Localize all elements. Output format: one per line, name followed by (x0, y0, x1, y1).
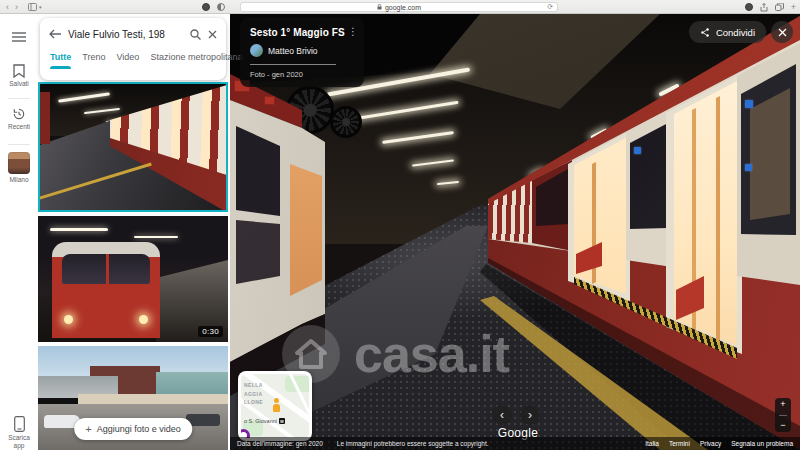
close-button[interactable] (771, 21, 793, 43)
mini-map: NELLA AGGIA LLONE o S. Giovanni M (241, 374, 309, 438)
previous-photo-button[interactable]: ‹ (492, 405, 512, 425)
photo-filter-tabs: Tutte Treno Video Stazione metropolitana (40, 50, 226, 76)
sidebar-item-label: Scarica app (3, 434, 35, 450)
divider (779, 415, 787, 416)
sidebar-item-milano[interactable]: Milano (0, 152, 38, 184)
photo-thumbnail-selected[interactable] (38, 82, 228, 212)
search-card: Viale Fulvio Testi, 198 Tutte Treno Vide… (40, 18, 226, 80)
bookmark-icon (13, 64, 25, 78)
tab-treno[interactable]: Treno (82, 52, 105, 69)
accessibility-sign (745, 100, 753, 108)
photo-shape (139, 315, 148, 324)
photo-shape (134, 236, 178, 238)
phone-icon (14, 416, 25, 432)
history-icon (12, 107, 26, 121)
footer-link-privacy[interactable]: Privacy (700, 440, 721, 447)
ceiling-fan (330, 106, 362, 138)
station-sign (264, 96, 275, 105)
photo-shape (62, 254, 150, 284)
share-icon (700, 27, 710, 38)
share-page-icon[interactable] (760, 3, 768, 12)
add-photos-label: Aggiungi foto e video (97, 424, 181, 434)
tab-stazione-metropolitana[interactable]: Stazione metropolitana (150, 52, 242, 69)
sidebar-item-scarica-app[interactable]: Scarica app (0, 416, 38, 450)
close-icon (778, 28, 787, 37)
photo-author[interactable]: Matteo Brivio (250, 44, 354, 57)
share-button[interactable]: Condividi (689, 21, 766, 43)
sidebar-item-label: Recenti (8, 123, 30, 131)
add-photos-button[interactable]: + Aggiungi foto e video (74, 418, 192, 440)
google-photos-lightbox: Salvati Recenti Milano Scarica app Viale… (0, 14, 800, 450)
plus-icon: + (85, 423, 91, 435)
zoom-out-button[interactable]: − (780, 421, 785, 430)
maps-sidebar: Salvati Recenti Milano Scarica app (0, 14, 38, 450)
photo-shape (64, 315, 73, 324)
reload-icon[interactable]: ⟳ (547, 3, 553, 11)
photo-shape (40, 92, 50, 144)
menu-button[interactable] (0, 32, 38, 42)
share-label: Condividi (716, 27, 755, 38)
new-tab-icon[interactable]: + (791, 2, 796, 12)
reader-icon[interactable] (217, 3, 225, 11)
avatar (250, 44, 263, 57)
footer-link-termini[interactable]: Termini (669, 440, 690, 447)
zoom-in-button[interactable]: + (780, 400, 785, 409)
photo-caption-card: Sesto 1° Maggio FS ⋮ Matteo Brivio Foto … (240, 18, 364, 87)
sidebar-item-recenti[interactable]: Recenti (0, 107, 38, 131)
browser-forward-icon[interactable]: › (15, 2, 18, 12)
copyright-notice: Le immagini potrebbero essere soggette a… (337, 440, 489, 447)
photos-panel: Viale Fulvio Testi, 198 Tutte Treno Vide… (38, 14, 230, 450)
footer-link-italia[interactable]: Italia (645, 440, 659, 447)
photo-shape (50, 228, 108, 231)
author-name: Matteo Brivio (268, 46, 318, 56)
accessibility-sign (745, 164, 752, 171)
video-thumbnail[interactable]: 0:30 (38, 216, 228, 342)
photo-viewer: casa.it Sesto 1° Maggio FS ⋮ Matteo Briv… (230, 14, 800, 450)
clear-search-icon[interactable] (208, 30, 217, 39)
sidebar-divider (8, 144, 30, 145)
tab-video[interactable]: Video (117, 52, 140, 69)
pegman-icon (273, 398, 280, 412)
accessibility-sign (634, 147, 641, 154)
back-arrow-icon[interactable] (49, 29, 61, 39)
extension-icon[interactable] (745, 3, 753, 11)
sidebar-divider (8, 98, 30, 99)
map-inset[interactable]: NELLA AGGIA LLONE o S. Giovanni M (238, 371, 312, 441)
zoom-control: + − (775, 398, 791, 432)
search-input[interactable]: Viale Fulvio Testi, 198 (68, 29, 183, 40)
map-area-labels: NELLA AGGIA LLONE (244, 381, 263, 407)
chevron-down-icon: ▾ (39, 4, 42, 10)
photo-date: Foto - gen 2020 (250, 70, 354, 79)
attribution-bar: Data dell'immagine: gen 2020 Le immagini… (230, 437, 800, 450)
image-date: Data dell'immagine: gen 2020 (237, 440, 323, 447)
tabs-overview-icon[interactable] (775, 3, 784, 11)
photo-title: Sesto 1° Maggio FS (250, 27, 354, 38)
lock-icon (377, 4, 382, 10)
sidebar-item-label: Salvati (9, 80, 29, 88)
video-duration-badge: 0:30 (198, 326, 223, 337)
photo-shape (52, 242, 160, 338)
milano-thumbnail (8, 152, 30, 174)
sidebar-item-label: Milano (9, 176, 28, 184)
next-photo-button[interactable]: › (520, 405, 540, 425)
more-options-icon[interactable]: ⋮ (348, 27, 358, 37)
shield-icon[interactable] (202, 3, 210, 11)
address-bar[interactable]: google.com ⟳ (240, 2, 558, 12)
metro-icon: M (279, 418, 285, 424)
url-text: google.com (385, 4, 421, 11)
divider (250, 64, 336, 65)
search-icon[interactable] (190, 29, 201, 40)
browser-back-icon[interactable]: ‹ (6, 2, 9, 12)
map-station-label: o S. Giovanni M (244, 418, 285, 424)
hamburger-icon (12, 32, 26, 42)
tab-tutte[interactable]: Tutte (50, 52, 71, 69)
browser-chrome: ‹ › ▾ google.com ⟳ + (0, 0, 800, 14)
browser-sidebar-toggle[interactable]: ▾ (28, 3, 42, 11)
photo-thumbnail-outdoor[interactable]: + Aggiungi foto e video (38, 346, 228, 450)
footer-link-segnala[interactable]: Segnala un problema (731, 440, 793, 447)
sidebar-item-salvati[interactable]: Salvati (0, 64, 38, 88)
